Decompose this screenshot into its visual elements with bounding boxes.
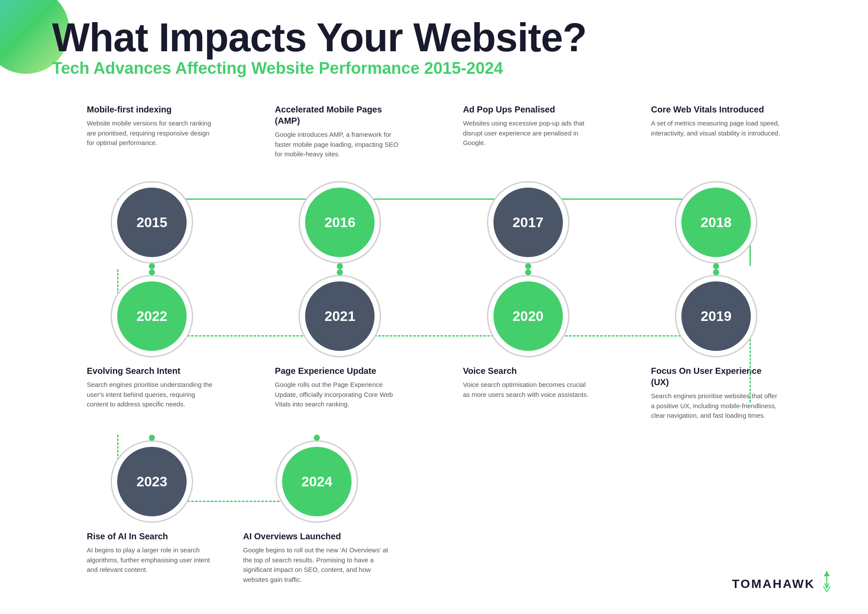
circle-2017: 2017: [487, 181, 569, 264]
node-2016: Accelerated Mobile Pages (AMP) Google in…: [257, 104, 422, 269]
year-2019: 2019: [681, 281, 751, 351]
node-2022: 2022 Evolving Search Intent Search engin…: [69, 269, 234, 435]
header-section: What Impacts Your Website? Tech Advances…: [35, 17, 833, 78]
node-2021: 2021 Page Experience Update Google rolls…: [257, 269, 422, 435]
year-2020: 2020: [493, 281, 563, 351]
dot-2024: [314, 435, 320, 441]
node-2019: 2019 Focus On User Experience (UX) Searc…: [634, 269, 799, 435]
title-2020: Voice Search: [463, 365, 593, 376]
dot-2019: [713, 269, 719, 275]
year-2018: 2018: [681, 188, 751, 257]
sub-title: Tech Advances Affecting Website Performa…: [52, 59, 833, 78]
desc-2022: Search engines prioritise understanding …: [87, 380, 217, 409]
desc-2023: AI begins to play a larger role in searc…: [87, 545, 217, 575]
circle-2016: 2016: [299, 181, 381, 264]
circle-2018: 2018: [675, 181, 757, 264]
desc-2017: Websites using excessive pop-up ads that…: [463, 119, 593, 148]
desc-2015: Website mobile versions for search ranki…: [87, 119, 217, 148]
circle-2022: 2022: [111, 275, 193, 357]
node-2017: Ad Pop Ups Penalised Websites using exce…: [446, 104, 611, 269]
year-2021: 2021: [305, 281, 375, 351]
brand-icon: [820, 571, 833, 597]
year-2016: 2016: [305, 188, 375, 257]
circle-2021: 2021: [299, 275, 381, 357]
dot-2023: [149, 435, 155, 441]
title-2022: Evolving Search Intent: [87, 365, 217, 376]
year-2015: 2015: [117, 188, 187, 257]
page-container: What Impacts Your Website? Tech Advances…: [0, 0, 868, 614]
circle-2020: 2020: [487, 275, 569, 357]
node-2023: 2023 Rise of AI In Search AI begins to p…: [69, 435, 234, 575]
desc-2018: A set of metrics measuring page load spe…: [651, 119, 781, 138]
node-2015: Mobile-first indexing Website mobile ver…: [69, 104, 234, 269]
circle-2015: 2015: [111, 181, 193, 264]
desc-2024: Google begins to roll out the new 'AI Ov…: [243, 545, 391, 584]
desc-2016: Google introduces AMP, a framework for f…: [275, 130, 405, 159]
brand-name: TOMAHAWK: [732, 577, 815, 591]
title-2016: Accelerated Mobile Pages (AMP): [275, 104, 405, 126]
year-2024: 2024: [282, 447, 352, 516]
svg-marker-1: [824, 571, 830, 576]
node-2020: 2020 Voice Search Voice search optimisat…: [446, 269, 611, 435]
desc-2019: Search engines prioritise websites that …: [651, 391, 781, 421]
node-2024: 2024 AI Overviews Launched Google begins…: [234, 435, 399, 584]
title-2017: Ad Pop Ups Penalised: [463, 104, 593, 115]
timeline-row-1: Mobile-first indexing Website mobile ver…: [35, 104, 833, 269]
timeline-row-2: 2022 Evolving Search Intent Search engin…: [35, 269, 833, 435]
year-2023: 2023: [117, 447, 187, 516]
dot-2018: [713, 263, 719, 269]
timeline-section: Mobile-first indexing Website mobile ver…: [35, 104, 833, 584]
dot-2016: [337, 263, 343, 269]
dot-2021: [337, 269, 343, 275]
dot-2022: [149, 269, 155, 275]
title-2019: Focus On User Experience (UX): [651, 365, 781, 388]
main-title: What Impacts Your Website?: [52, 17, 833, 57]
circle-2023: 2023: [111, 440, 193, 523]
desc-2021: Google rolls out the Page Experience Upd…: [275, 380, 405, 409]
title-2015: Mobile-first indexing: [87, 104, 217, 115]
title-2024: AI Overviews Launched: [243, 531, 391, 542]
year-2017: 2017: [493, 188, 563, 257]
circle-2024: 2024: [276, 440, 358, 523]
title-2023: Rise of AI In Search: [87, 531, 217, 542]
dot-2017: [525, 263, 531, 269]
dot-2020: [525, 269, 531, 275]
year-2022: 2022: [117, 281, 187, 351]
timeline-row-3: 2023 Rise of AI In Search AI begins to p…: [35, 435, 833, 584]
title-2018: Core Web Vitals Introduced: [651, 104, 781, 115]
desc-2020: Voice search optimisation becomes crucia…: [463, 380, 593, 399]
header-text: What Impacts Your Website? Tech Advances…: [35, 17, 833, 78]
title-2021: Page Experience Update: [275, 365, 405, 376]
brand-footer: TOMAHAWK: [732, 571, 833, 597]
dot-2015: [149, 263, 155, 269]
circle-2019: 2019: [675, 275, 757, 357]
node-2018: Core Web Vitals Introduced A set of metr…: [634, 104, 799, 269]
